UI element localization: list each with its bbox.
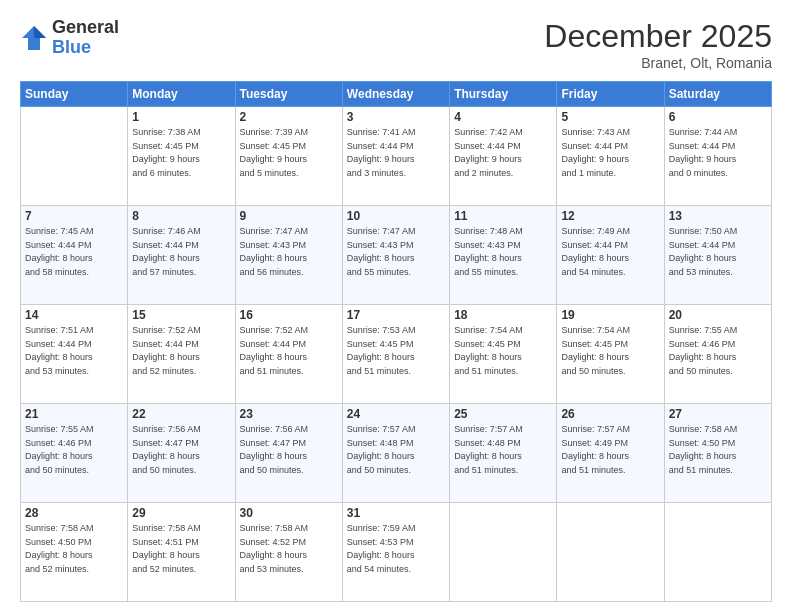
day-info: Sunrise: 7:47 AM Sunset: 4:43 PM Dayligh… (347, 225, 445, 279)
table-cell: 14Sunrise: 7:51 AM Sunset: 4:44 PM Dayli… (21, 305, 128, 404)
table-cell: 26Sunrise: 7:57 AM Sunset: 4:49 PM Dayli… (557, 404, 664, 503)
table-cell: 1Sunrise: 7:38 AM Sunset: 4:45 PM Daylig… (128, 107, 235, 206)
table-cell: 4Sunrise: 7:42 AM Sunset: 4:44 PM Daylig… (450, 107, 557, 206)
table-cell (557, 503, 664, 602)
calendar-week-row: 21Sunrise: 7:55 AM Sunset: 4:46 PM Dayli… (21, 404, 772, 503)
day-info: Sunrise: 7:39 AM Sunset: 4:45 PM Dayligh… (240, 126, 338, 180)
day-info: Sunrise: 7:47 AM Sunset: 4:43 PM Dayligh… (240, 225, 338, 279)
table-cell: 20Sunrise: 7:55 AM Sunset: 4:46 PM Dayli… (664, 305, 771, 404)
table-cell (450, 503, 557, 602)
day-info: Sunrise: 7:55 AM Sunset: 4:46 PM Dayligh… (669, 324, 767, 378)
logo-text: General Blue (52, 18, 119, 58)
table-cell: 25Sunrise: 7:57 AM Sunset: 4:48 PM Dayli… (450, 404, 557, 503)
day-number: 10 (347, 209, 445, 223)
day-number: 1 (132, 110, 230, 124)
calendar-header-row: Sunday Monday Tuesday Wednesday Thursday… (21, 82, 772, 107)
calendar-week-row: 28Sunrise: 7:58 AM Sunset: 4:50 PM Dayli… (21, 503, 772, 602)
day-info: Sunrise: 7:54 AM Sunset: 4:45 PM Dayligh… (454, 324, 552, 378)
day-info: Sunrise: 7:55 AM Sunset: 4:46 PM Dayligh… (25, 423, 123, 477)
day-info: Sunrise: 7:43 AM Sunset: 4:44 PM Dayligh… (561, 126, 659, 180)
title-area: December 2025 Branet, Olt, Romania (544, 18, 772, 71)
table-cell: 11Sunrise: 7:48 AM Sunset: 4:43 PM Dayli… (450, 206, 557, 305)
day-number: 24 (347, 407, 445, 421)
day-number: 19 (561, 308, 659, 322)
table-cell: 9Sunrise: 7:47 AM Sunset: 4:43 PM Daylig… (235, 206, 342, 305)
day-info: Sunrise: 7:58 AM Sunset: 4:50 PM Dayligh… (25, 522, 123, 576)
day-info: Sunrise: 7:57 AM Sunset: 4:49 PM Dayligh… (561, 423, 659, 477)
day-info: Sunrise: 7:38 AM Sunset: 4:45 PM Dayligh… (132, 126, 230, 180)
day-number: 23 (240, 407, 338, 421)
page: General Blue December 2025 Branet, Olt, … (0, 0, 792, 612)
table-cell: 3Sunrise: 7:41 AM Sunset: 4:44 PM Daylig… (342, 107, 449, 206)
day-info: Sunrise: 7:58 AM Sunset: 4:50 PM Dayligh… (669, 423, 767, 477)
table-cell: 19Sunrise: 7:54 AM Sunset: 4:45 PM Dayli… (557, 305, 664, 404)
table-cell: 2Sunrise: 7:39 AM Sunset: 4:45 PM Daylig… (235, 107, 342, 206)
day-info: Sunrise: 7:56 AM Sunset: 4:47 PM Dayligh… (240, 423, 338, 477)
table-cell: 31Sunrise: 7:59 AM Sunset: 4:53 PM Dayli… (342, 503, 449, 602)
calendar-table: Sunday Monday Tuesday Wednesday Thursday… (20, 81, 772, 602)
day-info: Sunrise: 7:48 AM Sunset: 4:43 PM Dayligh… (454, 225, 552, 279)
day-number: 16 (240, 308, 338, 322)
day-number: 27 (669, 407, 767, 421)
day-number: 25 (454, 407, 552, 421)
table-cell: 28Sunrise: 7:58 AM Sunset: 4:50 PM Dayli… (21, 503, 128, 602)
day-info: Sunrise: 7:50 AM Sunset: 4:44 PM Dayligh… (669, 225, 767, 279)
day-info: Sunrise: 7:45 AM Sunset: 4:44 PM Dayligh… (25, 225, 123, 279)
day-info: Sunrise: 7:58 AM Sunset: 4:51 PM Dayligh… (132, 522, 230, 576)
day-number: 22 (132, 407, 230, 421)
calendar-week-row: 7Sunrise: 7:45 AM Sunset: 4:44 PM Daylig… (21, 206, 772, 305)
table-cell: 15Sunrise: 7:52 AM Sunset: 4:44 PM Dayli… (128, 305, 235, 404)
table-cell: 21Sunrise: 7:55 AM Sunset: 4:46 PM Dayli… (21, 404, 128, 503)
logo-icon (20, 24, 48, 52)
table-cell: 17Sunrise: 7:53 AM Sunset: 4:45 PM Dayli… (342, 305, 449, 404)
day-info: Sunrise: 7:58 AM Sunset: 4:52 PM Dayligh… (240, 522, 338, 576)
location-subtitle: Branet, Olt, Romania (544, 55, 772, 71)
table-cell: 5Sunrise: 7:43 AM Sunset: 4:44 PM Daylig… (557, 107, 664, 206)
day-number: 28 (25, 506, 123, 520)
day-number: 12 (561, 209, 659, 223)
table-cell: 13Sunrise: 7:50 AM Sunset: 4:44 PM Dayli… (664, 206, 771, 305)
table-cell: 7Sunrise: 7:45 AM Sunset: 4:44 PM Daylig… (21, 206, 128, 305)
day-info: Sunrise: 7:56 AM Sunset: 4:47 PM Dayligh… (132, 423, 230, 477)
table-cell: 30Sunrise: 7:58 AM Sunset: 4:52 PM Dayli… (235, 503, 342, 602)
calendar-week-row: 1Sunrise: 7:38 AM Sunset: 4:45 PM Daylig… (21, 107, 772, 206)
day-number: 21 (25, 407, 123, 421)
day-number: 5 (561, 110, 659, 124)
table-cell: 27Sunrise: 7:58 AM Sunset: 4:50 PM Dayli… (664, 404, 771, 503)
day-number: 11 (454, 209, 552, 223)
day-info: Sunrise: 7:51 AM Sunset: 4:44 PM Dayligh… (25, 324, 123, 378)
day-number: 29 (132, 506, 230, 520)
day-number: 18 (454, 308, 552, 322)
day-info: Sunrise: 7:41 AM Sunset: 4:44 PM Dayligh… (347, 126, 445, 180)
table-cell (664, 503, 771, 602)
day-info: Sunrise: 7:54 AM Sunset: 4:45 PM Dayligh… (561, 324, 659, 378)
day-number: 13 (669, 209, 767, 223)
day-number: 17 (347, 308, 445, 322)
table-cell: 10Sunrise: 7:47 AM Sunset: 4:43 PM Dayli… (342, 206, 449, 305)
table-cell: 24Sunrise: 7:57 AM Sunset: 4:48 PM Dayli… (342, 404, 449, 503)
day-number: 15 (132, 308, 230, 322)
header: General Blue December 2025 Branet, Olt, … (20, 18, 772, 71)
col-friday: Friday (557, 82, 664, 107)
table-cell (21, 107, 128, 206)
table-cell: 16Sunrise: 7:52 AM Sunset: 4:44 PM Dayli… (235, 305, 342, 404)
table-cell: 22Sunrise: 7:56 AM Sunset: 4:47 PM Dayli… (128, 404, 235, 503)
day-info: Sunrise: 7:53 AM Sunset: 4:45 PM Dayligh… (347, 324, 445, 378)
table-cell: 12Sunrise: 7:49 AM Sunset: 4:44 PM Dayli… (557, 206, 664, 305)
day-number: 2 (240, 110, 338, 124)
day-info: Sunrise: 7:59 AM Sunset: 4:53 PM Dayligh… (347, 522, 445, 576)
day-number: 14 (25, 308, 123, 322)
day-info: Sunrise: 7:44 AM Sunset: 4:44 PM Dayligh… (669, 126, 767, 180)
day-info: Sunrise: 7:57 AM Sunset: 4:48 PM Dayligh… (347, 423, 445, 477)
logo-general-text: General (52, 17, 119, 37)
day-info: Sunrise: 7:52 AM Sunset: 4:44 PM Dayligh… (240, 324, 338, 378)
table-cell: 8Sunrise: 7:46 AM Sunset: 4:44 PM Daylig… (128, 206, 235, 305)
day-number: 9 (240, 209, 338, 223)
col-tuesday: Tuesday (235, 82, 342, 107)
logo: General Blue (20, 18, 119, 58)
day-number: 20 (669, 308, 767, 322)
calendar-week-row: 14Sunrise: 7:51 AM Sunset: 4:44 PM Dayli… (21, 305, 772, 404)
logo-blue-text: Blue (52, 37, 91, 57)
table-cell: 6Sunrise: 7:44 AM Sunset: 4:44 PM Daylig… (664, 107, 771, 206)
day-info: Sunrise: 7:46 AM Sunset: 4:44 PM Dayligh… (132, 225, 230, 279)
